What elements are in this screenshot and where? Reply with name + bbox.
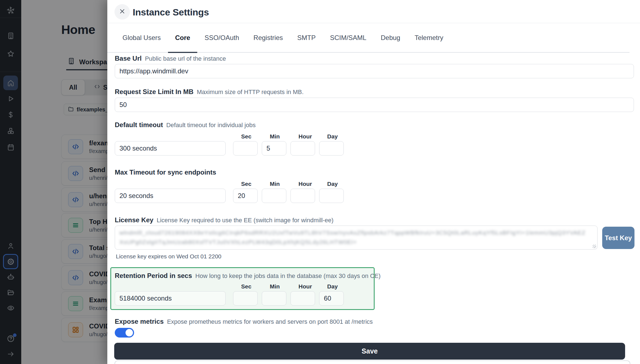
test-key-button[interactable]: Test Key bbox=[602, 227, 634, 249]
unit-headers: Sec Min Hour Day bbox=[115, 283, 348, 290]
request-size-input[interactable] bbox=[115, 98, 634, 112]
modal-title: Instance Settings bbox=[133, 7, 209, 18]
resize-handle[interactable] bbox=[593, 245, 596, 248]
unit-header-sec: Sec bbox=[237, 133, 262, 140]
max-timeout-sec-input[interactable] bbox=[233, 189, 258, 203]
max-timeout-label-row: Max Timeout for sync endpoints bbox=[115, 168, 216, 176]
default-timeout-min-input[interactable] bbox=[262, 141, 286, 156]
settings-tabs: Global Users Core SSO/OAuth Registries S… bbox=[107, 23, 630, 53]
default-timeout-sec-input[interactable] bbox=[233, 141, 258, 156]
unit-header-day: Day bbox=[323, 133, 348, 140]
unit-header-sec: Sec bbox=[237, 283, 262, 290]
default-timeout-inputs bbox=[115, 141, 344, 156]
unit-header-hour: Hour bbox=[295, 133, 319, 140]
tab-telemetry[interactable]: Telemetry bbox=[407, 23, 450, 52]
unit-header-sec: Sec bbox=[237, 181, 262, 187]
unit-headers: Sec Min Hour Day bbox=[115, 133, 348, 140]
retention-inputs bbox=[115, 291, 344, 306]
field-label: Request Size Limit In MB bbox=[115, 88, 193, 96]
field-hint: Default timeout for individual jobs bbox=[166, 122, 256, 129]
field-label: Retention Period in secs bbox=[115, 272, 192, 280]
toggle-knob bbox=[125, 328, 134, 337]
field-label: Expose metrics bbox=[115, 318, 164, 325]
next-section-partial bbox=[114, 360, 630, 364]
unit-header-min: Min bbox=[266, 181, 290, 187]
field-label: License Key bbox=[115, 216, 153, 224]
retention-sec-input[interactable] bbox=[233, 291, 258, 306]
tab-smtp[interactable]: SMTP bbox=[290, 23, 323, 52]
retention-label-row: Retention Period in secs How long to kee… bbox=[115, 272, 381, 280]
unit-header-min: Min bbox=[266, 283, 290, 290]
max-timeout-min-input[interactable] bbox=[262, 189, 286, 203]
unit-header-day: Day bbox=[323, 283, 348, 290]
unit-header-min: Min bbox=[266, 133, 290, 140]
close-button[interactable] bbox=[114, 4, 130, 20]
unit-header-hour: Hour bbox=[295, 283, 319, 290]
retention-period-section: Retention Period in secs How long to kee… bbox=[110, 267, 375, 310]
unit-header-day: Day bbox=[323, 181, 348, 187]
expose-metrics-toggle[interactable] bbox=[115, 328, 134, 338]
app-window: Home Workspa All Sc f/examples_ bbox=[0, 0, 640, 364]
instance-settings-modal: Instance Settings Global Users Core SSO/… bbox=[107, 0, 640, 364]
save-label: Save bbox=[362, 347, 378, 355]
field-label: Default timeout bbox=[115, 121, 163, 129]
tab-scim-saml[interactable]: SCIM/SAML bbox=[323, 23, 374, 52]
unit-headers: Sec Min Hour Day bbox=[115, 181, 348, 187]
retention-day-input[interactable] bbox=[319, 291, 344, 306]
retention-input[interactable] bbox=[115, 291, 226, 306]
license-key-label-row: License Key License Key required to use … bbox=[115, 216, 334, 224]
modal-header: Instance Settings bbox=[107, 0, 640, 23]
tab-sso-oauth[interactable]: SSO/OAuth bbox=[197, 23, 246, 52]
default-timeout-label-row: Default timeout Default timeout for indi… bbox=[115, 121, 256, 129]
default-timeout-hour-input[interactable] bbox=[290, 141, 315, 156]
field-label: Base Url bbox=[115, 55, 142, 62]
license-expiry-text: License key expires on Wed Oct 01 2200 bbox=[116, 253, 222, 260]
base-url-label-row: Base Url Public base url of the instance bbox=[115, 55, 226, 62]
max-timeout-day-input[interactable] bbox=[319, 189, 344, 203]
max-timeout-inputs bbox=[115, 189, 344, 203]
tab-global-users[interactable]: Global Users bbox=[115, 23, 168, 52]
max-timeout-input[interactable] bbox=[115, 189, 226, 203]
retention-hour-input[interactable] bbox=[290, 291, 315, 306]
request-size-label-row: Request Size Limit In MB Maximum size of… bbox=[115, 88, 304, 96]
field-hint: Maximum size of HTTP requests in MB. bbox=[197, 89, 303, 96]
settings-form: Base Url Public base url of the instance… bbox=[115, 53, 634, 364]
field-hint: Public base url of the instance bbox=[145, 55, 226, 62]
base-url-input[interactable] bbox=[115, 64, 634, 78]
field-hint: License Key required to use the EE (swit… bbox=[157, 217, 334, 224]
max-timeout-hour-input[interactable] bbox=[290, 189, 315, 203]
default-timeout-input[interactable] bbox=[115, 141, 226, 156]
save-button[interactable]: Save bbox=[114, 343, 625, 360]
default-timeout-day-input[interactable] bbox=[319, 141, 344, 156]
test-key-label: Test Key bbox=[605, 234, 632, 242]
expose-metrics-label-row: Expose metrics Expose prometheus metrics… bbox=[115, 318, 373, 325]
field-label: Max Timeout for sync endpoints bbox=[115, 168, 216, 176]
field-hint: How long to keep the jobs data in the da… bbox=[195, 272, 380, 280]
license-key-textarea[interactable]: wlndmlll_cloud72619084XX8eYstlcg6CIrqkP6… bbox=[115, 226, 598, 250]
tab-registries[interactable]: Registries bbox=[246, 23, 290, 52]
field-hint: Expose prometheus metrics for workers an… bbox=[167, 318, 373, 325]
tab-debug[interactable]: Debug bbox=[374, 23, 407, 52]
tab-core[interactable]: Core bbox=[168, 23, 198, 52]
unit-header-hour: Hour bbox=[295, 181, 319, 187]
retention-min-input[interactable] bbox=[262, 291, 286, 306]
close-icon bbox=[119, 8, 126, 16]
license-key-blurred-value: wlndmlll_cloud72619084XX8eYstlcg6CIrqkP6… bbox=[115, 226, 597, 249]
